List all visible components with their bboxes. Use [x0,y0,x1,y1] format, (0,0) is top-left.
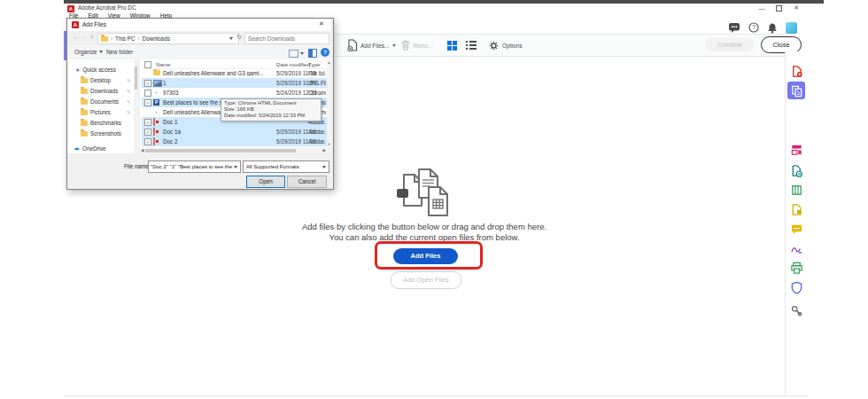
row-checkbox[interactable]: ✓ [144,80,151,87]
column-name[interactable]: Name [156,61,171,67]
back-icon[interactable]: ← [73,34,79,40]
preview-pane-icon[interactable] [308,49,317,58]
forward-icon[interactable]: → [81,34,88,40]
table-row[interactable]: ✓ Doc 1a 5/29/2019 11:00 ... Adobe... [142,127,327,137]
tool-fill-sign[interactable] [789,241,803,255]
chevron-down-icon [234,166,237,168]
search-box[interactable] [244,33,329,44]
table-row[interactable]: ✓ 97303 5/24/2019 12:33 ... Chrome... [142,88,327,98]
remove-label: Remo... [413,43,433,49]
add-open-files-button[interactable]: Add Open Files [391,271,461,289]
nav-item-pictures[interactable]: Pictures [81,109,111,115]
row-checkbox[interactable]: ✓ [144,129,151,136]
combine-button[interactable]: Combine [705,38,755,51]
table-row[interactable]: ✓ Dell unleashes Alienware and G3 gami..… [142,68,327,78]
file-name-combobox[interactable]: "Doc 2" "1" "Best places to see the su [148,160,241,173]
comment-icon [790,223,803,236]
bell-icon[interactable] [767,22,778,34]
column-date-modified[interactable]: Date modified [276,61,310,67]
file-type-combobox[interactable]: All Supported Formats [243,160,329,173]
organize-button[interactable]: Organize [74,49,105,55]
add-files-toolbar-button[interactable]: Add Files... [347,35,396,56]
add-files-button[interactable]: Add Files [393,248,458,264]
tool-protect-document[interactable] [789,202,803,216]
nav-item-documents[interactable]: Documents [81,98,119,105]
microsoft-file-icon: P [153,99,159,106]
column-type[interactable]: Type [308,61,320,67]
fill-sign-icon [790,242,803,255]
new-folder-button[interactable]: New folder [106,49,133,55]
chevron-down-icon [300,52,304,55]
file-tooltip: Type: Chrome HTML Document Size: 166 KB … [221,98,322,121]
refresh-icon[interactable]: ↻ [236,34,242,41]
row-checkbox[interactable]: ✓ [144,99,151,106]
cancel-button[interactable]: Cancel [287,176,327,188]
pin-icon: ✎ [127,110,131,115]
chevron-icon: › [111,35,112,42]
minimize-button[interactable]: — [758,5,764,12]
print-icon [790,262,803,275]
chevron-down-icon [392,44,396,47]
chevron-down-icon[interactable] [229,37,233,40]
dialog-command-bar: Organize New folder ? [67,45,331,60]
up-icon[interactable]: ↑ [90,34,94,40]
window-title: Adobe Acrobat Pro DC [78,4,136,11]
file-list-vertical-scrollbar[interactable]: ▲▼ [327,59,331,147]
tooltip-size: Size: 166 KB [224,106,318,113]
folder-icon [81,131,88,137]
gear-icon [488,40,500,51]
tool-export-pdf[interactable] [789,163,803,177]
trash-icon [401,40,410,51]
dialog-nav-row: ← → ↑ › This PC › Downloads ↻ [67,31,331,45]
shield-icon [790,281,803,294]
list-view-icon [466,41,477,50]
tool-edit-pdf[interactable] [789,183,803,197]
change-view-button[interactable] [289,50,306,58]
nav-item-screenshots[interactable]: Screenshots [81,130,121,137]
select-all-checkbox[interactable] [144,61,151,68]
nav-item-quick-access[interactable]: ★ Quick access [75,66,116,73]
dialog-close-icon[interactable]: ✕ [319,20,324,27]
nav-item-onedrive[interactable]: ☁ OneDrive [74,145,106,152]
list-view-button[interactable] [466,35,477,56]
help-icon[interactable]: ? [321,48,329,57]
export-pdf-icon [790,164,803,177]
breadcrumb-this-pc[interactable]: This PC [115,35,135,42]
close-window-button[interactable]: ✕ [794,4,799,12]
star-icon: ★ [75,66,80,73]
row-checkbox[interactable]: ✓ [144,138,151,145]
nav-pane-scrollbar[interactable] [134,59,138,153]
cloud-icon: ☁ [74,145,80,152]
tool-comment[interactable] [789,222,803,236]
tool-shield[interactable] [789,280,803,294]
file-list-horizontal-scrollbar[interactable]: ◀▶ [140,147,327,153]
options-button[interactable]: Options [488,35,522,56]
chevron-down-icon [99,51,103,53]
breadcrumb-folder[interactable]: Downloads [143,35,170,42]
tool-more-tools[interactable] [789,303,803,317]
tool-organize-pages[interactable] [789,142,803,156]
table-row[interactable]: ✓ 1 5/29/2019 10:59 ... JPG File [142,78,327,88]
tool-print[interactable] [789,261,803,275]
edit-pdf-icon [790,184,803,197]
row-checkbox[interactable]: ✓ [144,119,151,126]
file-name-label: File name: [124,163,150,169]
remove-button[interactable]: Remo... [401,35,433,56]
maximize-button[interactable] [776,5,782,12]
tooltip-type: Type: Chrome HTML Document [224,100,318,106]
nav-item-benchmarks[interactable]: Benchmarks [81,120,121,126]
table-row[interactable]: ✓ Doc 2 5/29/2019 11:00 ... Adobe... [142,137,327,146]
breadcrumb[interactable]: › This PC › Downloads [97,33,239,44]
svg-text:?: ? [752,24,756,30]
chat-icon[interactable] [728,21,740,34]
search-input[interactable] [245,35,329,42]
avatar[interactable] [786,22,797,34]
nav-item-desktop[interactable]: Desktop [81,77,111,83]
tool-create-pdf[interactable] [789,64,803,78]
nav-item-downloads[interactable]: Downloads [81,88,118,94]
open-button[interactable]: Open [246,176,285,188]
row-checkbox[interactable]: ✓ [144,90,151,97]
tool-combine-files[interactable] [787,82,805,99]
grid-view-button[interactable] [447,35,457,56]
help-icon[interactable]: ? [748,22,759,33]
